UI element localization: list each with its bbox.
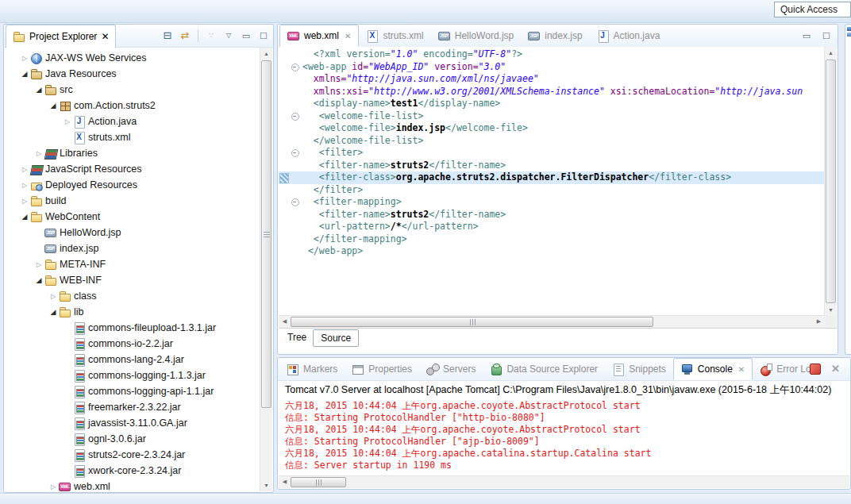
tree-item-xwork-core-2-3-24-jar[interactable]: xwork-core-2.3.24.jar [5, 463, 260, 479]
tree-item-com-action-struts2[interactable]: ◢com.Action.struts2 [5, 98, 260, 113]
scroll-up-icon[interactable]: ▲ [260, 48, 272, 60]
code-line[interactable]: </welcome-file-list> [279, 135, 825, 148]
collapse-fold-icon[interactable] [291, 198, 299, 206]
tree-item-commons-io-2-2-jar[interactable]: commons-io-2.2.jar [5, 336, 260, 352]
collapse-arrow-icon[interactable]: ◢ [33, 86, 44, 94]
collapsed-view-stack[interactable] [845, 24, 851, 355]
collapse-all-icon[interactable]: ⊟ [161, 25, 174, 46]
scrollbar-thumb[interactable] [291, 317, 653, 327]
tree-item-libraries[interactable]: ▷Libraries [5, 145, 260, 161]
console-tab-console[interactable]: Console✕ [673, 358, 753, 380]
fold-column[interactable] [289, 147, 302, 160]
tree-item-commons-logging-1-1-3-jar[interactable]: commons-logging-1.1.3.jar [5, 367, 260, 383]
collapse-arrow-icon[interactable]: ◢ [19, 213, 30, 221]
code-line[interactable]: <url-pattern>/*</url-pattern> [279, 221, 825, 233]
tree-item-struts2-core-2-3-24-jar[interactable]: struts2-core-2.3.24.jar [5, 447, 260, 463]
console-tab-properties[interactable]: Properties [345, 358, 419, 380]
maximize-icon[interactable]: ☐ [257, 25, 270, 46]
tree-item-commons-lang-2-4-jar[interactable]: commons-lang-2.4.jar [5, 352, 260, 367]
scroll-left-icon[interactable]: ◀ [279, 476, 291, 488]
expand-arrow-icon[interactable]: ▷ [33, 261, 44, 268]
expand-arrow-icon[interactable]: ▷ [19, 182, 30, 189]
tree-item-build[interactable]: ▷build [5, 193, 260, 209]
console-tab-data-source-explorer[interactable]: Data Source Explorer [483, 358, 605, 380]
tree-item-webcontent[interactable]: ◢WebContent [5, 209, 260, 225]
minimize-icon[interactable]: ▭ [800, 25, 813, 46]
expand-arrow-icon[interactable]: ▷ [19, 166, 30, 173]
tree-item-meta-inf[interactable]: ▷META-INF [5, 256, 260, 272]
expand-arrow-icon[interactable]: ▷ [19, 55, 30, 62]
tree-item-class[interactable]: ▷class [5, 288, 260, 304]
tree-item-commons-fileupload-1-3-1-jar[interactable]: commons-fileupload-1.3.1.jar [5, 320, 260, 336]
console-tab-markers[interactable]: Markers [279, 358, 345, 380]
console-horizontal-scrollbar[interactable]: ◀ [279, 475, 849, 488]
tree-item-helloword-jsp[interactable]: HelloWord.jsp [5, 225, 260, 240]
editor-horizontal-scrollbar[interactable]: ◀ ▶ [279, 315, 825, 328]
tree-item-web-inf[interactable]: ◢WEB-INF [5, 272, 260, 288]
code-line[interactable]: </filter-mapping> [279, 233, 825, 246]
source-view-tab-tree[interactable]: Tree [281, 329, 313, 346]
code-line[interactable]: <welcome-file-list> [279, 110, 825, 123]
close-icon[interactable]: ✕ [345, 32, 351, 40]
quick-access-box[interactable]: Quick Access [774, 2, 851, 17]
tree-item-ognl-3-0-6-jar[interactable]: ognl-3.0.6.jar [5, 431, 260, 447]
scroll-down-icon[interactable]: ▼ [260, 479, 272, 491]
collapse-arrow-icon[interactable]: ◢ [33, 276, 44, 284]
tree-item-web-xml[interactable]: ▷web.xml [5, 479, 260, 491]
code-line[interactable]: <display-name>test1</display-name> [279, 98, 825, 110]
expand-arrow-icon[interactable]: ▷ [48, 293, 59, 300]
editor-tab-struts-xml[interactable]: struts.xml [359, 25, 430, 47]
expand-arrow-icon[interactable]: ▷ [33, 150, 44, 157]
code-line[interactable]: <?xml version="1.0" encoding="UTF-8"?> [279, 48, 825, 61]
code-line[interactable]: <welcome-file>index.jsp</welcome-file> [279, 122, 825, 135]
close-icon[interactable]: ✕ [101, 31, 109, 42]
fold-column[interactable] [289, 61, 302, 74]
code-line[interactable]: <filter-class>org.apache.struts2.dispatc… [279, 171, 825, 184]
tree-item-struts-xml[interactable]: struts.xml [5, 129, 260, 145]
code-line[interactable]: xmlns="http://java.sun.com/xml/ns/javaee… [279, 73, 825, 86]
scrollbar-thumb[interactable] [261, 60, 271, 408]
collapse-arrow-icon[interactable]: ◢ [19, 70, 30, 78]
tree-item-action-java[interactable]: ▷Action.java [5, 113, 260, 129]
tree-item-javascript-resources[interactable]: ▷JavaScript Resources [5, 161, 260, 177]
collapse-fold-icon[interactable] [291, 63, 299, 71]
console-output[interactable]: Tomcat v7.0 Server at localhost [Apache … [279, 380, 849, 477]
tree-item-javassist-3-11-0-ga-jar[interactable]: javassist-3.11.0.GA.jar [5, 415, 260, 431]
collapse-fold-icon[interactable] [291, 113, 299, 121]
tree-item-src[interactable]: ◢src [5, 82, 260, 98]
tree-item-java-resources[interactable]: ◢Java Resources [5, 66, 260, 82]
minimize-icon[interactable]: ▭ [240, 25, 252, 46]
collapse-arrow-icon[interactable]: ◢ [48, 308, 59, 316]
code-line[interactable]: <filter> [279, 147, 825, 160]
terminate-button[interactable] [810, 364, 821, 375]
tree-item-freemarker-2-3-22-jar[interactable]: freemarker-2.3.22.jar [5, 399, 260, 415]
console-tab-snippets[interactable]: Snippets [605, 358, 673, 380]
scroll-right-icon[interactable]: ▶ [813, 316, 825, 328]
source-view-tab-source[interactable]: Source [313, 329, 359, 347]
fold-column[interactable] [289, 110, 302, 123]
code-line[interactable]: </filter> [279, 184, 825, 197]
code-line[interactable]: <web-app id="WebApp_ID" version="3.0" [279, 61, 825, 74]
scrollbar-thumb[interactable] [826, 60, 836, 303]
editor-tab-web-xml[interactable]: web.xml✕ [279, 25, 359, 47]
editor-tab-helloword-jsp[interactable]: HelloWord.jsp [431, 25, 521, 47]
expand-arrow-icon[interactable]: ▷ [48, 483, 59, 491]
expand-arrow-icon[interactable]: ▷ [62, 118, 73, 125]
code-line[interactable]: xmlns:xsi="http://www.w3.org/2001/XMLSch… [279, 86, 825, 98]
project-explorer-scrollbar[interactable]: ▲ ▼ [260, 48, 272, 491]
tree-item-deployed-resources[interactable]: ▷Deployed Resources [5, 177, 260, 193]
tree-item-jax-ws-web-services[interactable]: ▷JAX-WS Web Services [5, 50, 260, 66]
code-editor[interactable]: <?xml version="1.0" encoding="UTF-8"?><w… [279, 47, 837, 328]
view-menu-dots-icon[interactable]: ∵ [205, 25, 218, 46]
editor-tab-action-java[interactable]: Action.java [590, 25, 668, 47]
scroll-left-icon[interactable]: ◀ [279, 316, 291, 328]
tree-item-lib[interactable]: ◢lib [5, 304, 260, 320]
code-line[interactable]: <filter-name>struts2</filter-name> [279, 160, 825, 172]
link-with-editor-icon[interactable]: ⇄ [179, 25, 191, 46]
scroll-down-icon[interactable]: ▼ [825, 304, 837, 316]
code-line[interactable]: <filter-mapping> [279, 196, 825, 209]
fold-column[interactable] [289, 196, 302, 209]
view-menu-arrow-icon[interactable]: ▽ [222, 25, 235, 46]
editor-tab-index-jsp[interactable]: index.jsp [521, 25, 589, 47]
scroll-up-icon[interactable]: ▲ [825, 47, 837, 59]
